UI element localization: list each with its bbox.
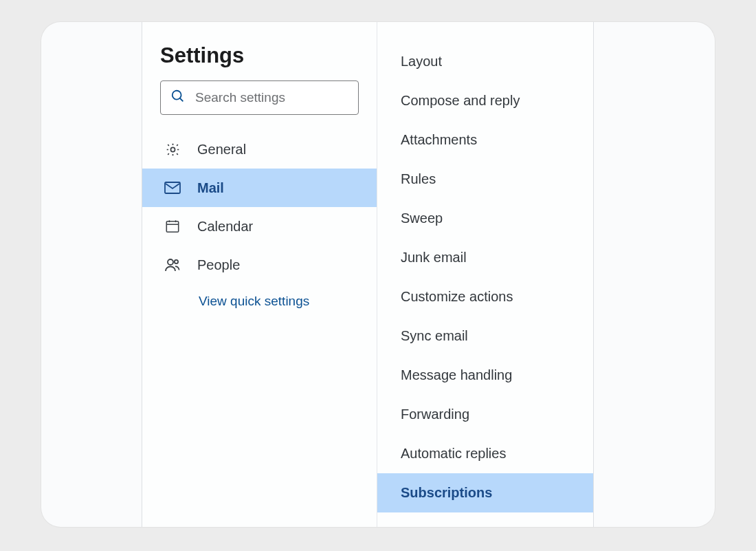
- secondary-nav-item-sync-email[interactable]: Sync email: [377, 316, 593, 356]
- secondary-nav-item-label: Sweep: [401, 210, 443, 226]
- people-icon: [163, 258, 182, 272]
- settings-card: Settings GeneralMailCalendarPeople View …: [41, 22, 715, 527]
- secondary-nav-item-subscriptions[interactable]: Subscriptions: [377, 473, 593, 512]
- secondary-nav-item-label: Forwarding: [401, 407, 469, 422]
- secondary-nav-item-label: Junk email: [401, 250, 467, 266]
- secondary-nav-item-label: Layout: [401, 54, 442, 69]
- settings-title: Settings: [142, 43, 377, 80]
- svg-rect-4: [166, 222, 178, 233]
- svg-point-14: [168, 259, 173, 265]
- secondary-nav-item-junk-email[interactable]: Junk email: [377, 238, 593, 277]
- svg-line-1: [180, 98, 184, 102]
- secondary-nav-item-label: Automatic replies: [401, 446, 506, 462]
- primary-nav: GeneralMailCalendarPeople: [142, 126, 377, 284]
- svg-point-0: [173, 91, 181, 100]
- search-input[interactable]: [194, 89, 359, 106]
- settings-secondary-column: LayoutCompose and replyAttachmentsRulesS…: [377, 22, 593, 527]
- secondary-nav-item-message-handling[interactable]: Message handling: [377, 356, 593, 395]
- secondary-nav-item-label: Attachments: [401, 132, 477, 148]
- secondary-nav-item-customize-actions[interactable]: Customize actions: [377, 277, 593, 316]
- secondary-nav-item-label: Subscriptions: [401, 485, 492, 501]
- secondary-nav-item-label: Sync email: [401, 328, 468, 344]
- app-canvas: Settings GeneralMailCalendarPeople View …: [0, 0, 756, 551]
- secondary-nav-item-label: Compose and reply: [401, 93, 520, 109]
- secondary-nav-item-automatic-replies[interactable]: Automatic replies: [377, 434, 593, 473]
- secondary-nav-item-layout[interactable]: Layout: [377, 42, 593, 81]
- search-icon: [170, 89, 194, 107]
- primary-nav-item-label: Mail: [197, 180, 224, 196]
- secondary-nav-item-label: Customize actions: [401, 289, 513, 305]
- gear-icon: [163, 142, 182, 158]
- primary-nav-item-people[interactable]: People: [142, 246, 377, 284]
- calendar-icon: [163, 219, 182, 234]
- secondary-nav-item-sweep[interactable]: Sweep: [377, 199, 593, 238]
- primary-nav-item-general[interactable]: General: [142, 130, 377, 169]
- primary-nav-item-mail[interactable]: Mail: [142, 169, 377, 207]
- settings-pane: Settings GeneralMailCalendarPeople View …: [142, 22, 594, 527]
- mail-icon: [163, 182, 182, 194]
- secondary-nav-item-attachments[interactable]: Attachments: [377, 120, 593, 160]
- secondary-nav-item-label: Rules: [401, 171, 436, 187]
- secondary-nav-item-compose-and-reply[interactable]: Compose and reply: [377, 81, 593, 120]
- secondary-nav-item-label: Message handling: [401, 367, 512, 383]
- primary-nav-item-label: Calendar: [197, 219, 253, 235]
- view-quick-settings-link[interactable]: View quick settings: [142, 284, 377, 309]
- search-field[interactable]: [160, 80, 359, 115]
- primary-nav-item-label: People: [197, 257, 240, 273]
- primary-nav-item-label: General: [197, 142, 246, 158]
- svg-point-2: [170, 147, 175, 151]
- secondary-nav-item-forwarding[interactable]: Forwarding: [377, 395, 593, 434]
- settings-primary-column: Settings GeneralMailCalendarPeople View …: [142, 22, 377, 527]
- svg-point-15: [175, 260, 178, 263]
- primary-nav-item-calendar[interactable]: Calendar: [142, 207, 377, 246]
- secondary-nav-item-rules[interactable]: Rules: [377, 160, 593, 199]
